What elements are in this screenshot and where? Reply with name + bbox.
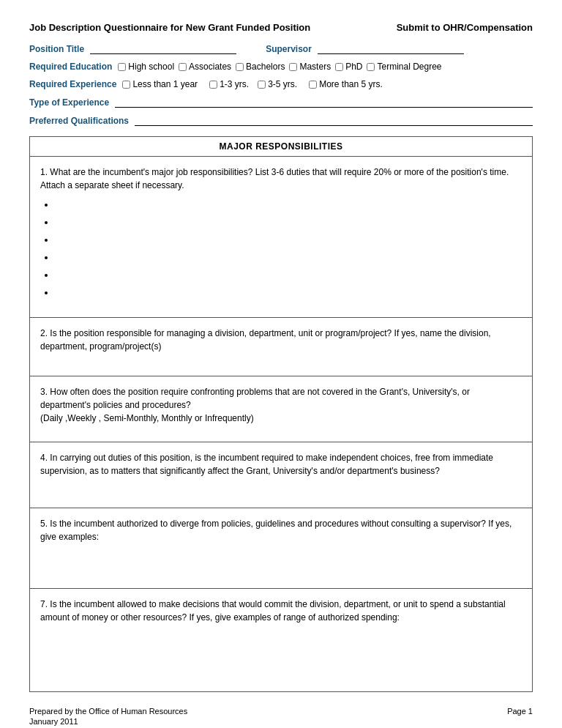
bullet-1 [55,199,522,209]
question-3: 3. How often does the position require c… [30,376,532,442]
education-option-phd[interactable]: PhD [335,62,362,72]
preferred-qualifications-label: Preferred Qualifications [29,116,129,126]
required-experience-row: Required Experience Less than 1 year 1-3… [29,79,533,89]
question-7: 7. Is the incumbent allowed to make deci… [30,589,532,691]
bullet-3 [55,234,522,245]
q7-text: Is the incumbent allowed to make decisio… [40,599,506,623]
checkbox-masters[interactable] [289,63,297,71]
bullet-4 [55,252,522,262]
required-education-row: Required Education High school Associate… [29,62,533,72]
checkbox-morethan5[interactable] [309,81,317,89]
checkbox-terminal[interactable] [367,63,375,71]
bullet-2 [55,217,522,227]
question-2: 2. Is the position responsible for manag… [30,318,532,376]
bullet-5 [55,270,522,280]
submit-label: Submit to OHR/Compensation [397,22,533,33]
preferred-qualifications-input[interactable] [135,115,533,126]
question-1: 1. What are the incumbent's major job re… [30,157,532,318]
type-of-experience-label: Type of Experience [29,97,109,108]
education-options: High school Associates Bachelors Masters… [118,62,441,72]
q1-text: What are the incumbent's major job respo… [40,167,509,190]
position-title-input[interactable] [90,43,236,54]
checkbox-phd[interactable] [335,63,343,71]
page-title: Job Description Questionnaire for New Gr… [29,22,310,33]
bullet-6 [55,287,522,297]
type-of-experience-row: Type of Experience [29,97,533,108]
experience-option-1to3[interactable]: 1-3 yrs. [209,79,249,89]
prepared-by: Prepared by the Office of Human Resource… [29,707,187,716]
experience-options: Less than 1 year 1-3 yrs. 3-5 yrs. More … [122,79,382,89]
checkbox-1to3[interactable] [209,81,217,89]
checkbox-lessthan1[interactable] [122,81,130,89]
q4-number: 4. [40,453,50,463]
required-experience-label: Required Experience [29,79,116,89]
q3-number: 3. [40,387,50,397]
supervisor-input[interactable] [318,43,464,54]
checkbox-associates[interactable] [179,63,187,71]
page-footer: Prepared by the Office of Human Resource… [29,707,533,726]
q1-number: 1. [40,167,50,177]
footer-date: January 2011 [29,717,187,726]
q5-number: 5. [40,519,50,529]
education-option-terminal[interactable]: Terminal Degree [367,62,441,72]
education-option-bachelors[interactable]: Bachelors [236,62,285,72]
footer-left: Prepared by the Office of Human Resource… [29,707,187,726]
checkbox-highschool[interactable] [118,63,126,71]
q2-number: 2. [40,328,50,338]
experience-option-3to5[interactable]: 3-5 yrs. [258,79,297,89]
position-title-row: Position Title Supervisor [29,43,533,54]
supervisor-label: Supervisor [266,44,312,54]
major-responsibilities-section: MAJOR RESPONSIBILITIES 1. What are the i… [29,136,533,692]
q2-text: Is the position responsible for managing… [40,328,491,352]
experience-option-lessthan1[interactable]: Less than 1 year [122,79,198,89]
q5-text: Is the incumbent authorized to diverge f… [40,519,512,542]
education-option-associates[interactable]: Associates [179,62,231,72]
type-of-experience-input[interactable] [115,97,533,108]
q7-number: 7. [40,599,50,609]
education-option-highschool[interactable]: High school [118,62,174,72]
question-4: 4. In carrying out duties of this positi… [30,442,532,508]
education-option-masters[interactable]: Masters [289,62,331,72]
preferred-qualifications-row: Preferred Qualifications [29,115,533,126]
page-number: Page 1 [507,707,533,726]
question-5: 5. Is the incumbent authorized to diverg… [30,508,532,589]
position-title-label: Position Title [29,44,84,54]
q3-text: How often does the position require conf… [40,387,470,423]
checkbox-3to5[interactable] [258,81,266,89]
section-title: MAJOR RESPONSIBILITIES [30,137,532,157]
checkbox-bachelors[interactable] [236,63,244,71]
experience-option-morethan5[interactable]: More than 5 yrs. [309,79,383,89]
page-header: Job Description Questionnaire for New Gr… [29,22,533,33]
q1-bullets [55,199,522,297]
required-education-label: Required Education [29,62,112,72]
q4-text: In carrying out duties of this position,… [40,453,493,476]
